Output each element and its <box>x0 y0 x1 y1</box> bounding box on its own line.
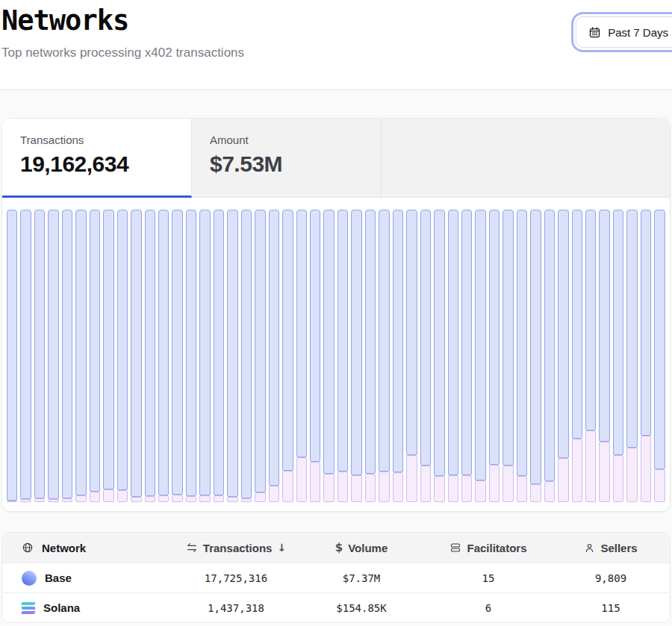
chart-bar[interactable] <box>434 210 444 502</box>
base-segment <box>7 210 17 501</box>
chart-bar[interactable] <box>420 210 431 502</box>
solana-segment <box>654 469 665 502</box>
tab-transactions[interactable]: Transactions 19,162,634 <box>2 119 192 198</box>
chart-bar[interactable] <box>282 210 293 502</box>
chart-bar[interactable] <box>599 210 609 502</box>
chart-bar[interactable] <box>517 210 527 502</box>
base-segment <box>503 210 513 466</box>
chart-bar[interactable] <box>186 210 196 502</box>
solana-segment <box>103 489 113 502</box>
chart-bar[interactable] <box>75 210 86 502</box>
chart-bar[interactable] <box>544 210 555 502</box>
col-facilitators[interactable]: Facilitators <box>425 542 552 554</box>
chart-bar[interactable] <box>558 210 568 502</box>
chart-bar[interactable] <box>351 210 361 502</box>
chart-bar[interactable] <box>214 210 224 502</box>
base-segment <box>420 210 431 466</box>
chart-bar[interactable] <box>489 210 500 502</box>
chart-bar[interactable] <box>7 210 17 502</box>
base-segment <box>241 210 252 498</box>
solana-segment <box>544 481 555 502</box>
chart-bar[interactable] <box>172 210 182 502</box>
chart-bar[interactable] <box>323 210 334 502</box>
chart-bar[interactable] <box>103 210 113 502</box>
date-range-button[interactable]: Past 7 Days <box>576 16 672 48</box>
base-segment <box>613 210 623 455</box>
solana-segment <box>599 442 609 502</box>
chart-bar[interactable] <box>530 210 541 502</box>
base-segment <box>434 210 444 476</box>
chart-bar[interactable] <box>20 210 31 502</box>
chart-bar[interactable] <box>296 210 307 502</box>
chart-bar[interactable] <box>461 210 472 502</box>
chart-bar[interactable] <box>393 210 403 502</box>
solana-segment <box>255 492 265 502</box>
chart-bar[interactable] <box>585 210 596 502</box>
solana-segment <box>448 475 458 502</box>
chart-bar[interactable] <box>117 210 128 502</box>
chart-bar[interactable] <box>475 210 485 502</box>
chart-bar[interactable] <box>255 210 265 502</box>
col-sellers-label: Sellers <box>600 542 637 554</box>
col-sellers[interactable]: Sellers <box>552 542 670 554</box>
chart-bar[interactable] <box>337 210 348 502</box>
col-transactions[interactable]: Transactions ↓ <box>174 542 298 554</box>
chart-bar[interactable] <box>269 210 279 502</box>
base-segment <box>62 210 72 498</box>
chart-bar[interactable] <box>90 210 100 502</box>
tab-amount[interactable]: Amount $7.53M <box>192 119 382 198</box>
chart-bar[interactable] <box>365 210 376 502</box>
solana-segment <box>186 496 196 502</box>
chart-bar[interactable] <box>48 210 58 502</box>
stat-tabs: Transactions 19,162,634 Amount $7.53M <box>2 119 670 198</box>
chart-bar[interactable] <box>641 210 651 502</box>
solana-segment <box>75 495 86 502</box>
chart-bar[interactable] <box>199 210 210 502</box>
solana-segment <box>489 465 500 502</box>
chart-bar[interactable] <box>654 210 665 502</box>
table-row-base[interactable]: Base 17,725,316 $7.37M 15 9,809 <box>2 563 670 592</box>
stacked-bar-chart[interactable] <box>7 210 665 502</box>
chart-bar[interactable] <box>34 210 45 502</box>
chart-bar[interactable] <box>145 210 155 502</box>
chart-bar[interactable] <box>379 210 389 502</box>
base-network-logo <box>22 571 37 586</box>
chart-bar[interactable] <box>503 210 513 502</box>
chart-bar[interactable] <box>406 210 417 502</box>
solana-segment <box>585 431 596 502</box>
solana-segment <box>7 501 17 502</box>
solana-segment <box>323 474 334 502</box>
col-volume[interactable]: $ Volume <box>298 541 425 554</box>
solana-segment <box>172 495 182 502</box>
base-segment <box>351 210 361 475</box>
chart-bar[interactable] <box>131 210 141 502</box>
sort-desc-icon[interactable]: ↓ <box>277 542 286 554</box>
tab-amount-value: $7.53M <box>210 151 363 177</box>
chart-bar[interactable] <box>572 210 582 502</box>
table-row-solana[interactable]: Solana 1,437,318 $154.85K 6 115 <box>2 592 670 622</box>
base-segment <box>296 210 307 457</box>
chart-bar[interactable] <box>448 210 458 502</box>
base-sellers: 9,809 <box>552 572 670 584</box>
chart-bar[interactable] <box>241 210 252 502</box>
chart-bar[interactable] <box>613 210 623 502</box>
chart-bar[interactable] <box>310 210 320 502</box>
chart-bar[interactable] <box>158 210 169 502</box>
chart-bar[interactable] <box>62 210 72 502</box>
base-segment <box>158 210 169 495</box>
date-range-label: Past 7 Days <box>608 26 668 39</box>
solana-segment <box>613 455 623 502</box>
solana-segment <box>90 492 100 503</box>
person-icon <box>584 542 595 554</box>
solana-segment <box>351 475 361 502</box>
solana-segment <box>62 498 72 502</box>
tabs-filler <box>382 119 670 198</box>
chart-bar[interactable] <box>227 210 237 502</box>
col-network[interactable]: Network <box>2 542 174 554</box>
chart-bar[interactable] <box>626 210 637 502</box>
solana-segment <box>475 481 485 502</box>
solana-segment <box>572 439 582 502</box>
table-header-row: Network Transactions ↓ $ Volume Facilita… <box>2 533 670 563</box>
solana-network-logo <box>22 602 35 613</box>
page-header: Networks Top networks processing x402 tr… <box>0 0 672 90</box>
